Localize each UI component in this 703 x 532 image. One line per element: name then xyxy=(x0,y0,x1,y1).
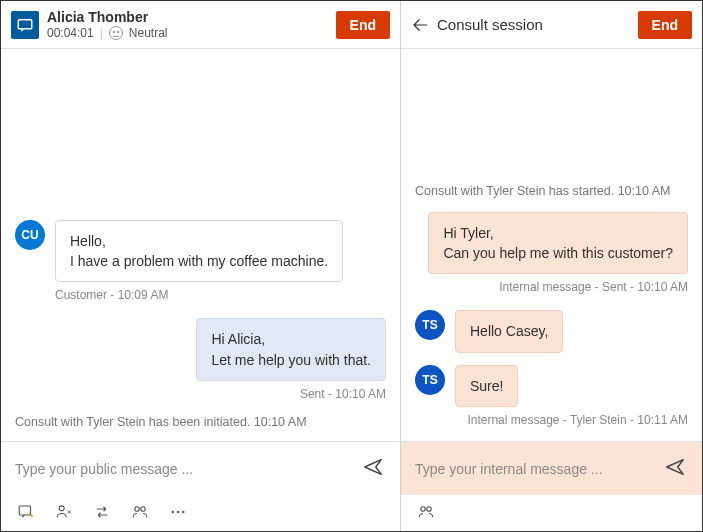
send-public-button[interactable] xyxy=(360,454,386,483)
customer-message-meta: Customer - 10:09 AM xyxy=(55,288,386,302)
svg-point-6 xyxy=(177,511,179,513)
ts-row-2: TS Sure! xyxy=(415,365,688,407)
svg-point-7 xyxy=(182,511,184,513)
ts-bubble-2: Sure! xyxy=(455,365,518,407)
consult-pane: Consult session End Consult with Tyler S… xyxy=(401,1,702,531)
end-consult-button[interactable]: End xyxy=(638,11,692,39)
left-header: Alicia Thomber 00:04:01 | Neutral End xyxy=(1,1,400,49)
svg-point-8 xyxy=(421,507,426,512)
svg-point-3 xyxy=(135,507,140,512)
public-message-input[interactable] xyxy=(15,461,350,477)
consult-people-icon[interactable] xyxy=(417,503,435,521)
svg-rect-1 xyxy=(19,506,30,515)
ts-bubble-1: Hello Casey, xyxy=(455,310,563,352)
transfer-icon[interactable] xyxy=(93,503,111,521)
right-header: Consult session End xyxy=(401,1,702,49)
agent-reply-row: Hi Alicia, Let me help you with that. xyxy=(15,318,386,381)
consult-initiated-message: Consult with Tyler Stein has been initia… xyxy=(15,415,386,429)
messages-top-spacer xyxy=(15,74,386,214)
consult-title: Consult session xyxy=(437,16,543,33)
quick-reply-icon[interactable] xyxy=(17,503,35,521)
messages-top-spacer-right xyxy=(415,70,688,180)
agent-reply-meta: Sent - 10:10 AM xyxy=(15,387,386,401)
sentiment-label: Neutral xyxy=(129,26,168,40)
ts-meta: Internal message - Tyler Stein - 10:11 A… xyxy=(415,413,688,427)
send-internal-button[interactable] xyxy=(662,454,688,483)
agent-reply-bubble: Hi Alicia, Let me help you with that. xyxy=(196,318,386,381)
internal-out-row: Hi Tyler, Can you help me with this cust… xyxy=(415,212,688,275)
session-timer: 00:04:01 xyxy=(47,26,94,40)
customer-avatar: CU xyxy=(15,220,45,250)
arrow-left-icon xyxy=(411,16,429,34)
more-icon[interactable] xyxy=(169,503,187,521)
internal-out-meta: Internal message - Sent - 10:10 AM xyxy=(415,280,688,294)
right-toolbar xyxy=(401,495,702,531)
svg-point-2 xyxy=(59,506,64,511)
svg-point-9 xyxy=(427,507,432,512)
right-messages[interactable]: Consult with Tyler Stein has started. 10… xyxy=(401,49,702,441)
ts-row-1: TS Hello Casey, xyxy=(415,310,688,352)
header-divider: | xyxy=(100,26,103,40)
send-icon xyxy=(664,456,686,478)
internal-out-bubble: Hi Tyler, Can you help me with this cust… xyxy=(428,212,688,275)
app-root: Alicia Thomber 00:04:01 | Neutral End CU… xyxy=(0,0,703,532)
consult-avatar-2: TS xyxy=(415,365,445,395)
public-input-area xyxy=(1,441,400,495)
customer-chat-pane: Alicia Thomber 00:04:01 | Neutral End CU… xyxy=(1,1,401,531)
knowledge-icon[interactable] xyxy=(55,503,73,521)
customer-name: Alicia Thomber xyxy=(47,9,168,26)
svg-point-5 xyxy=(172,511,174,513)
sentiment-neutral-icon xyxy=(109,26,123,40)
back-button[interactable] xyxy=(411,16,429,34)
header-sub-row: 00:04:01 | Neutral xyxy=(47,26,168,40)
consult-avatar-1: TS xyxy=(415,310,445,340)
chat-icon xyxy=(11,11,39,39)
svg-point-4 xyxy=(141,507,146,512)
consult-started-message: Consult with Tyler Stein has started. 10… xyxy=(415,184,688,198)
left-messages[interactable]: CU Hello, I have a problem with my coffe… xyxy=(1,49,400,441)
end-session-button[interactable]: End xyxy=(336,11,390,39)
internal-input-area xyxy=(401,441,702,495)
svg-rect-0 xyxy=(18,19,32,28)
customer-message-row: CU Hello, I have a problem with my coffe… xyxy=(15,220,386,283)
header-title-block: Alicia Thomber 00:04:01 | Neutral xyxy=(47,9,168,40)
consult-icon[interactable] xyxy=(131,503,149,521)
internal-message-input[interactable] xyxy=(415,461,652,477)
customer-message-bubble: Hello, I have a problem with my coffee m… xyxy=(55,220,343,283)
left-toolbar xyxy=(1,495,400,531)
send-icon xyxy=(362,456,384,478)
